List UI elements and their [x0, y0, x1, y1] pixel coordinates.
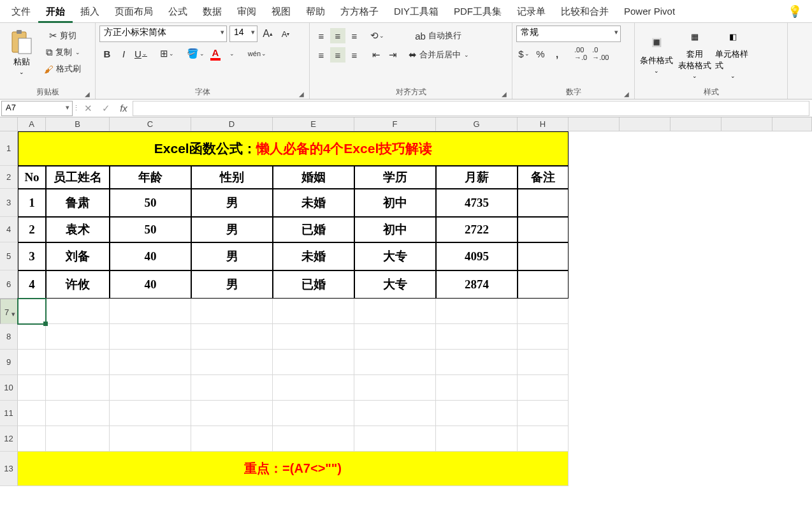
- cell-F7[interactable]: [354, 299, 436, 324]
- cell-H9[interactable]: [518, 350, 569, 375]
- cell-D5[interactable]: 男: [191, 242, 273, 270]
- cell-A9[interactable]: [18, 350, 46, 375]
- conditional-format-button[interactable]: 🔳 条件格式⌄: [639, 26, 674, 79]
- tab-开始[interactable]: 开始: [38, 0, 73, 23]
- cell-D12[interactable]: [191, 426, 273, 452]
- cell-G11[interactable]: [436, 401, 518, 426]
- cell-E12[interactable]: [273, 426, 354, 452]
- row-head-4[interactable]: 4: [0, 217, 18, 242]
- cell-G3[interactable]: 4735: [436, 189, 518, 217]
- cell-D6[interactable]: 男: [191, 270, 273, 299]
- cell-H4[interactable]: [518, 217, 569, 242]
- col-head-B[interactable]: B: [46, 117, 110, 131]
- cell-C12[interactable]: [110, 426, 191, 452]
- align-middle-button[interactable]: ≡: [330, 28, 345, 43]
- cell-A7[interactable]: [18, 299, 46, 324]
- cell-F5[interactable]: 大专: [354, 242, 436, 270]
- col-head-H[interactable]: H: [518, 117, 569, 131]
- align-bottom-button[interactable]: ≡: [347, 28, 362, 43]
- cell-B7[interactable]: [46, 299, 110, 324]
- cell-H11[interactable]: [518, 401, 569, 426]
- cell-G9[interactable]: [436, 350, 518, 375]
- fx-button[interactable]: fx: [115, 103, 133, 114]
- cell-A4[interactable]: 2: [18, 217, 46, 242]
- cell-H2[interactable]: 备注: [518, 166, 569, 189]
- format-as-table-button[interactable]: ▦ 套用 表格格式⌄: [677, 26, 713, 79]
- align-right-button[interactable]: ≡: [347, 47, 362, 63]
- cell-B5[interactable]: 刘备: [46, 242, 110, 270]
- cut-button[interactable]: ✂剪切: [42, 28, 84, 43]
- underline-button[interactable]: U⌄: [133, 46, 149, 61]
- format-painter-button[interactable]: 🖌格式刷: [42, 61, 84, 77]
- increase-font-button[interactable]: A▴: [260, 26, 275, 41]
- tab-文件[interactable]: 文件: [4, 0, 38, 23]
- cell-H6[interactable]: [518, 270, 569, 299]
- dialog-launcher-icon[interactable]: ◢: [299, 91, 304, 98]
- cell-H7[interactable]: [518, 299, 569, 324]
- cell-F11[interactable]: [354, 401, 436, 426]
- row-head-2[interactable]: 2: [0, 166, 18, 189]
- tab-比较和合并[interactable]: 比较和合并: [553, 0, 616, 23]
- merge-center-button[interactable]: ⬌合并后居中⌄: [407, 47, 471, 63]
- border-button[interactable]: ⊞⌄: [158, 46, 176, 61]
- cell-B10[interactable]: [46, 375, 110, 401]
- copy-button[interactable]: ⧉复制⌄: [42, 45, 84, 60]
- cell-F6[interactable]: 大专: [354, 270, 436, 299]
- align-center-button[interactable]: ≡: [330, 47, 345, 63]
- cell-A12[interactable]: [18, 426, 46, 452]
- row-head-6[interactable]: 6: [0, 270, 18, 299]
- row-head-3[interactable]: 3: [0, 189, 18, 217]
- tab-审阅[interactable]: 审阅: [229, 0, 264, 23]
- cell-A2[interactable]: No: [18, 166, 46, 189]
- cell-C8[interactable]: [110, 324, 191, 350]
- cell-B9[interactable]: [46, 350, 110, 375]
- row-head-10[interactable]: 10: [0, 375, 18, 401]
- align-left-button[interactable]: ≡: [314, 47, 329, 63]
- align-top-button[interactable]: ≡: [314, 28, 329, 43]
- cell-F3[interactable]: 初中: [354, 189, 436, 217]
- cell-D2[interactable]: 性别: [191, 166, 273, 189]
- select-all-corner[interactable]: [0, 117, 18, 131]
- cell-D7[interactable]: [191, 299, 273, 324]
- cell-E9[interactable]: [273, 350, 354, 375]
- number-format-select[interactable]: 常规: [516, 26, 621, 42]
- cell-F12[interactable]: [354, 426, 436, 452]
- font-name-select[interactable]: 方正小标宋简体: [99, 26, 227, 42]
- tab-方方格子[interactable]: 方方格子: [333, 0, 386, 23]
- col-head-E[interactable]: E: [273, 117, 354, 131]
- cell-G8[interactable]: [436, 324, 518, 350]
- cell-H10[interactable]: [518, 375, 569, 401]
- cell-G12[interactable]: [436, 426, 518, 452]
- decrease-indent-button[interactable]: ⇤: [368, 47, 384, 63]
- cell-A10[interactable]: [18, 375, 46, 401]
- paste-button[interactable]: 粘贴 ⌄: [4, 26, 40, 79]
- tab-帮助[interactable]: 帮助: [298, 0, 333, 23]
- cell-G2[interactable]: 月薪: [436, 166, 518, 189]
- cell-C6[interactable]: 40: [110, 270, 191, 299]
- tab-数据[interactable]: 数据: [195, 0, 229, 23]
- row-head-7[interactable]: 7: [0, 299, 18, 324]
- tab-DIY工具箱[interactable]: DIY工具箱: [386, 0, 446, 23]
- cell-E11[interactable]: [273, 401, 354, 426]
- percent-button[interactable]: %: [533, 46, 548, 61]
- col-head-C[interactable]: C: [110, 117, 191, 131]
- cancel-formula-button[interactable]: ✕: [79, 103, 97, 114]
- col-head-F[interactable]: F: [354, 117, 436, 131]
- accounting-format-button[interactable]: $⌄: [516, 46, 532, 61]
- row-head-13[interactable]: 13: [0, 452, 18, 486]
- name-box[interactable]: A7: [1, 101, 73, 116]
- cell-B4[interactable]: 袁术: [46, 217, 110, 242]
- row-headers[interactable]: 12345678910111213: [0, 131, 18, 486]
- dialog-launcher-icon[interactable]: ◢: [502, 91, 507, 98]
- cell-D4[interactable]: 男: [191, 217, 273, 242]
- cell-A13[interactable]: 重点：=(A7<>""): [18, 452, 569, 486]
- cell-C5[interactable]: 40: [110, 242, 191, 270]
- cell-E4[interactable]: 已婚: [273, 217, 354, 242]
- cell-A8[interactable]: [18, 324, 46, 350]
- cell-E7[interactable]: [273, 299, 354, 324]
- cell-F2[interactable]: 学历: [354, 166, 436, 189]
- cell-F8[interactable]: [354, 324, 436, 350]
- cell-H12[interactable]: [518, 426, 569, 452]
- cell-C4[interactable]: 50: [110, 217, 191, 242]
- wrap-text-button[interactable]: ab自动换行: [407, 28, 471, 43]
